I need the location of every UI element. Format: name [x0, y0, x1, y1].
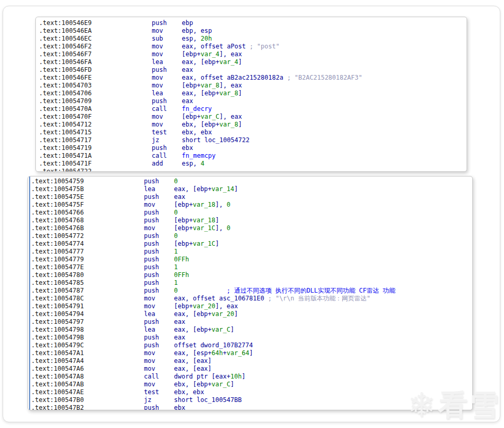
- disasm-line[interactable]: .text:10054785 push 1: [31, 279, 470, 287]
- disasm-line[interactable]: .text:10054780 push 0FFh: [31, 271, 470, 279]
- auto-comment: ; "\r\n 当前版本功能：网页雷达": [268, 295, 370, 302]
- disasm-line[interactable]: .text:10054703 mov [ebp+var_8], eax: [39, 82, 463, 90]
- disasm-line[interactable]: .text:100547A1 mov eax, [esp+64h+var_64]: [31, 349, 470, 357]
- auto-comment: ; "B2AC215280182AF3": [287, 74, 363, 81]
- disasm-line[interactable]: .text:100547A8 call dword ptr [eax+10h]: [31, 373, 470, 381]
- disasm-line[interactable]: .text:100547AE test ebx, ebx: [31, 388, 470, 396]
- disasm-line[interactable]: .text:10054791 mov [ebp+var_20], eax: [31, 303, 470, 310]
- disasm-line[interactable]: .text:1005470F mov [ebp+var_C], eax: [39, 113, 463, 121]
- auto-comment: ; "post": [250, 43, 280, 50]
- disasm-line[interactable]: .text:1005470A call fn_decry: [39, 105, 463, 113]
- disasm-line[interactable]: .text:1005476B mov [ebp+var_1C], 0: [31, 224, 470, 232]
- disasm-line[interactable]: .text:1005479C push offset dword_107B277…: [31, 342, 470, 349]
- screenshot-stage: .text:100546E9 push ebp.text:100546EA mo…: [0, 0, 504, 428]
- disasm-line[interactable]: .text:10054719 push ebx: [39, 144, 463, 152]
- disasm-line[interactable]: .text:100546F7 mov [ebp+var_4], eax: [39, 51, 463, 58]
- disasm-line[interactable]: .text:100547B2 push ebx: [31, 404, 470, 410]
- disasm-line[interactable]: .text:1005475B lea eax, [ebp+var_14]: [31, 185, 470, 193]
- user-comment: ; 通过不同选项 执行不同的DLL实现不同功能 CF雷达 功能: [227, 287, 395, 294]
- disasm-line[interactable]: .text:1005475E push eax: [31, 193, 470, 201]
- disasm-line[interactable]: .text:10054759 push 0: [31, 178, 470, 185]
- disasm-line[interactable]: .text:100546F2 mov eax, offset aPost ; "…: [39, 43, 463, 51]
- disasm-line[interactable]: .text:1005478C mov eax, offset asc_10678…: [31, 295, 470, 303]
- disasm-line[interactable]: .text:10054794 lea eax, [ebp+var_20]: [31, 310, 470, 318]
- disasm-line[interactable]: .text:100547A4 mov eax, [eax]: [31, 357, 470, 365]
- disasm-line[interactable]: .text:10054787 push 0 ; 通过不同选项 执行不同的DLL实…: [31, 287, 470, 295]
- disasm-line[interactable]: .text:10054797 push eax: [31, 318, 470, 326]
- disassembly-code-top: .text:100546E9 push ebp.text:100546EA mo…: [39, 19, 463, 172]
- disasm-line[interactable]: .text:10054798 lea eax, [ebp+var_C]: [31, 326, 470, 334]
- disasm-line[interactable]: .text:10054722: [39, 168, 463, 172]
- disasm-line[interactable]: .text:1005471F add esp, 4: [39, 160, 463, 168]
- disasm-line[interactable]: .text:100546FA lea eax, [ebp+var_4]: [39, 58, 463, 66]
- disasm-line[interactable]: .text:100546EA mov ebp, esp: [39, 27, 463, 35]
- disasm-line[interactable]: .text:1005471A call fn_memcpy: [39, 152, 463, 160]
- disasm-line[interactable]: .text:100546FD push eax: [39, 66, 463, 74]
- disasm-line[interactable]: .text:100546FE mov eax, offset aB2ac2152…: [39, 74, 463, 82]
- disasm-line[interactable]: .text:10054772 push 0: [31, 232, 470, 240]
- disassembly-panel-bottom[interactable]: .text:10054759 push 0.text:1005475B lea …: [28, 176, 473, 410]
- disasm-line[interactable]: .text:1005475F mov [ebp+var_18], 0: [31, 201, 470, 209]
- disassembly-panel-top[interactable]: .text:100546E9 push ebp.text:100546EA mo…: [35, 17, 467, 172]
- disasm-line[interactable]: .text:1005477E push 1: [31, 263, 470, 271]
- disasm-line[interactable]: .text:100547B0 jz short loc_100547BB: [31, 396, 470, 404]
- disasm-line[interactable]: .text:10054715 test ebx, ebx: [39, 129, 463, 136]
- disasm-line[interactable]: .text:100546EC sub esp, 20h: [39, 35, 463, 43]
- disasm-line[interactable]: .text:1005479B push eax: [31, 334, 470, 342]
- disasm-line[interactable]: .text:100547AB mov ebx, [ebp+var_C]: [31, 381, 470, 388]
- disasm-line[interactable]: .text:10054777 push 1: [31, 248, 470, 256]
- disasm-line[interactable]: .text:100546E9 push ebp: [39, 19, 463, 27]
- disasm-line[interactable]: .text:10054768 push [ebp+var_18]: [31, 217, 470, 224]
- disasm-line[interactable]: .text:10054779 push 0FFh: [31, 256, 470, 263]
- disasm-line[interactable]: .text:10054712 mov ebx, [ebp+var_8]: [39, 121, 463, 129]
- disasm-line[interactable]: .text:10054709 push eax: [39, 97, 463, 105]
- disasm-line[interactable]: .text:10054706 lea eax, [ebp+var_8]: [39, 90, 463, 97]
- disasm-line[interactable]: .text:10054766 push 0: [31, 209, 470, 217]
- disasm-line[interactable]: .text:10054774 push [ebp+var_1C]: [31, 240, 470, 248]
- disasm-line[interactable]: .text:10054717 jz short loc_10054722: [39, 136, 463, 144]
- disasm-line[interactable]: .text:100547A6 mov eax, [eax]: [31, 365, 470, 373]
- disassembly-code-bottom: .text:10054759 push 0.text:1005475B lea …: [29, 177, 472, 410]
